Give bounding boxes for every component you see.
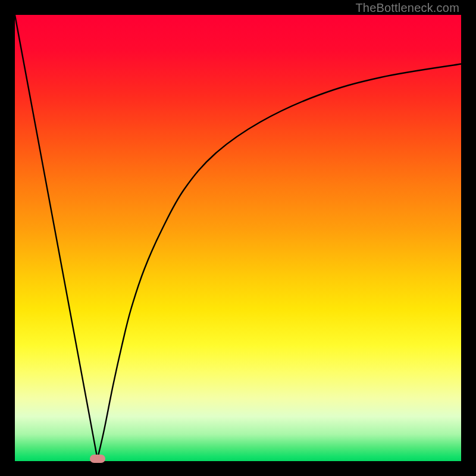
attribution-text: TheBottleneck.com <box>355 1 459 15</box>
bottleneck-curve <box>15 15 461 461</box>
valley-marker <box>90 455 105 463</box>
chart-frame: TheBottleneck.com <box>0 0 476 476</box>
curve-path <box>15 15 461 459</box>
plot-area <box>15 15 461 461</box>
